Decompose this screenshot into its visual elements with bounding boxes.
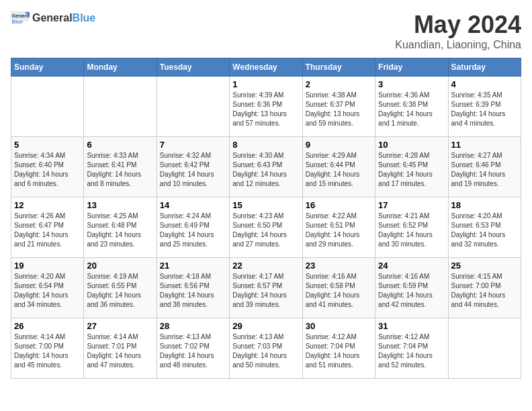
day-info: Sunrise: 4:20 AMSunset: 6:54 PMDaylight:… xyxy=(14,272,81,310)
calendar-cell: 17Sunrise: 4:21 AMSunset: 6:52 PMDayligh… xyxy=(375,197,448,258)
day-info: Sunrise: 4:14 AMSunset: 7:00 PMDaylight:… xyxy=(14,332,81,370)
calendar-cell: 6Sunrise: 4:33 AMSunset: 6:41 PMDaylight… xyxy=(84,137,157,197)
day-number: 15 xyxy=(232,200,299,210)
calendar-header-row: SundayMondayTuesdayWednesdayThursdayFrid… xyxy=(11,58,521,77)
calendar-day-header: Sunday xyxy=(11,58,84,77)
day-number: 4 xyxy=(451,79,518,89)
day-number: 17 xyxy=(378,200,445,210)
day-info: Sunrise: 4:23 AMSunset: 6:50 PMDaylight:… xyxy=(232,212,299,249)
day-info: Sunrise: 4:13 AMSunset: 7:02 PMDaylight:… xyxy=(160,332,226,370)
calendar-cell: 3Sunrise: 4:36 AMSunset: 6:38 PMDaylight… xyxy=(375,77,448,137)
calendar-day-header: Saturday xyxy=(448,58,521,77)
calendar-cell: 10Sunrise: 4:28 AMSunset: 6:45 PMDayligh… xyxy=(375,137,448,197)
calendar-week-row: 26Sunrise: 4:14 AMSunset: 7:00 PMDayligh… xyxy=(11,318,521,379)
calendar-cell: 18Sunrise: 4:20 AMSunset: 6:53 PMDayligh… xyxy=(448,197,521,258)
day-info: Sunrise: 4:12 AMSunset: 7:04 PMDaylight:… xyxy=(306,332,372,370)
day-info: Sunrise: 4:38 AMSunset: 6:37 PMDaylight:… xyxy=(306,91,372,128)
day-number: 6 xyxy=(87,140,153,150)
calendar-cell: 28Sunrise: 4:13 AMSunset: 7:02 PMDayligh… xyxy=(157,318,229,379)
day-number: 28 xyxy=(160,321,226,331)
day-number: 18 xyxy=(451,200,518,210)
day-number: 12 xyxy=(14,200,81,210)
calendar-cell: 16Sunrise: 4:22 AMSunset: 6:51 PMDayligh… xyxy=(302,197,375,258)
day-number: 5 xyxy=(14,140,81,150)
calendar-cell: 2Sunrise: 4:38 AMSunset: 6:37 PMDaylight… xyxy=(302,77,375,137)
day-number: 11 xyxy=(451,140,518,150)
calendar-cell: 11Sunrise: 4:27 AMSunset: 6:46 PMDayligh… xyxy=(448,137,521,197)
day-info: Sunrise: 4:24 AMSunset: 6:49 PMDaylight:… xyxy=(160,212,226,249)
calendar-cell: 25Sunrise: 4:15 AMSunset: 7:00 PMDayligh… xyxy=(448,258,521,318)
calendar-cell: 14Sunrise: 4:24 AMSunset: 6:49 PMDayligh… xyxy=(157,197,229,258)
logo: General Blue GeneralBlue xyxy=(11,11,95,26)
day-number: 27 xyxy=(87,321,153,331)
day-info: Sunrise: 4:27 AMSunset: 6:46 PMDaylight:… xyxy=(451,151,518,189)
day-info: Sunrise: 4:39 AMSunset: 6:36 PMDaylight:… xyxy=(232,91,299,128)
day-info: Sunrise: 4:30 AMSunset: 6:43 PMDaylight:… xyxy=(232,151,299,189)
calendar-cell: 29Sunrise: 4:13 AMSunset: 7:03 PMDayligh… xyxy=(230,318,302,379)
day-info: Sunrise: 4:32 AMSunset: 6:42 PMDaylight:… xyxy=(160,151,226,189)
day-number: 20 xyxy=(87,261,153,271)
calendar-cell: 31Sunrise: 4:12 AMSunset: 7:04 PMDayligh… xyxy=(375,318,448,379)
day-info: Sunrise: 4:14 AMSunset: 7:01 PMDaylight:… xyxy=(87,332,153,370)
title-area: May 2024 Kuandian, Liaoning, China xyxy=(395,11,521,51)
day-info: Sunrise: 4:17 AMSunset: 6:57 PMDaylight:… xyxy=(232,272,299,310)
calendar-week-row: 12Sunrise: 4:26 AMSunset: 6:47 PMDayligh… xyxy=(11,197,521,258)
day-info: Sunrise: 4:22 AMSunset: 6:51 PMDaylight:… xyxy=(306,212,372,249)
day-info: Sunrise: 4:29 AMSunset: 6:44 PMDaylight:… xyxy=(306,151,372,189)
day-number: 16 xyxy=(306,200,372,210)
month-title: May 2024 xyxy=(395,11,521,39)
logo-blue-text: Blue xyxy=(73,12,96,24)
day-number: 1 xyxy=(232,79,299,89)
day-number: 14 xyxy=(160,200,226,210)
day-number: 8 xyxy=(232,140,299,150)
calendar-cell: 7Sunrise: 4:32 AMSunset: 6:42 PMDaylight… xyxy=(157,137,229,197)
calendar-day-header: Wednesday xyxy=(230,58,302,77)
calendar-cell: 20Sunrise: 4:19 AMSunset: 6:55 PMDayligh… xyxy=(84,258,157,318)
calendar-week-row: 5Sunrise: 4:34 AMSunset: 6:40 PMDaylight… xyxy=(11,137,521,197)
calendar-cell: 9Sunrise: 4:29 AMSunset: 6:44 PMDaylight… xyxy=(302,137,375,197)
calendar-cell: 12Sunrise: 4:26 AMSunset: 6:47 PMDayligh… xyxy=(11,197,84,258)
calendar-cell: 26Sunrise: 4:14 AMSunset: 7:00 PMDayligh… xyxy=(11,318,84,379)
calendar-cell xyxy=(448,318,521,379)
day-number: 19 xyxy=(14,261,81,271)
calendar-cell: 21Sunrise: 4:18 AMSunset: 6:56 PMDayligh… xyxy=(157,258,229,318)
day-number: 22 xyxy=(232,261,299,271)
logo-general-text: General xyxy=(32,12,73,24)
day-info: Sunrise: 4:35 AMSunset: 6:39 PMDaylight:… xyxy=(451,91,518,128)
logo-icon: General Blue xyxy=(11,11,30,26)
day-number: 26 xyxy=(14,321,81,331)
day-number: 2 xyxy=(306,79,372,89)
calendar-cell: 8Sunrise: 4:30 AMSunset: 6:43 PMDaylight… xyxy=(230,137,302,197)
calendar-cell: 30Sunrise: 4:12 AMSunset: 7:04 PMDayligh… xyxy=(302,318,375,379)
day-number: 9 xyxy=(306,140,372,150)
calendar-week-row: 19Sunrise: 4:20 AMSunset: 6:54 PMDayligh… xyxy=(11,258,521,318)
day-info: Sunrise: 4:12 AMSunset: 7:04 PMDaylight:… xyxy=(378,332,445,370)
calendar-cell: 13Sunrise: 4:25 AMSunset: 6:48 PMDayligh… xyxy=(84,197,157,258)
day-info: Sunrise: 4:16 AMSunset: 6:59 PMDaylight:… xyxy=(378,272,445,310)
calendar-week-row: 1Sunrise: 4:39 AMSunset: 6:36 PMDaylight… xyxy=(11,77,521,137)
day-info: Sunrise: 4:18 AMSunset: 6:56 PMDaylight:… xyxy=(160,272,226,310)
day-number: 31 xyxy=(378,321,445,331)
day-info: Sunrise: 4:33 AMSunset: 6:41 PMDaylight:… xyxy=(87,151,153,189)
day-number: 10 xyxy=(378,140,445,150)
calendar-cell: 19Sunrise: 4:20 AMSunset: 6:54 PMDayligh… xyxy=(11,258,84,318)
day-info: Sunrise: 4:36 AMSunset: 6:38 PMDaylight:… xyxy=(378,91,445,128)
day-number: 7 xyxy=(160,140,226,150)
calendar-cell: 4Sunrise: 4:35 AMSunset: 6:39 PMDaylight… xyxy=(448,77,521,137)
location-title: Kuandian, Liaoning, China xyxy=(395,39,521,51)
calendar-cell xyxy=(84,77,157,137)
calendar-cell: 23Sunrise: 4:16 AMSunset: 6:58 PMDayligh… xyxy=(302,258,375,318)
day-info: Sunrise: 4:34 AMSunset: 6:40 PMDaylight:… xyxy=(14,151,81,189)
day-info: Sunrise: 4:25 AMSunset: 6:48 PMDaylight:… xyxy=(87,212,153,249)
calendar-cell: 15Sunrise: 4:23 AMSunset: 6:50 PMDayligh… xyxy=(230,197,302,258)
calendar: SundayMondayTuesdayWednesdayThursdayFrid… xyxy=(11,58,521,379)
day-number: 21 xyxy=(160,261,226,271)
calendar-cell xyxy=(157,77,229,137)
day-info: Sunrise: 4:28 AMSunset: 6:45 PMDaylight:… xyxy=(378,151,445,189)
day-info: Sunrise: 4:15 AMSunset: 7:00 PMDaylight:… xyxy=(451,272,518,310)
calendar-day-header: Monday xyxy=(84,58,157,77)
day-number: 24 xyxy=(378,261,445,271)
day-info: Sunrise: 4:16 AMSunset: 6:58 PMDaylight:… xyxy=(306,272,372,310)
calendar-day-header: Tuesday xyxy=(157,58,229,77)
day-number: 29 xyxy=(232,321,299,331)
